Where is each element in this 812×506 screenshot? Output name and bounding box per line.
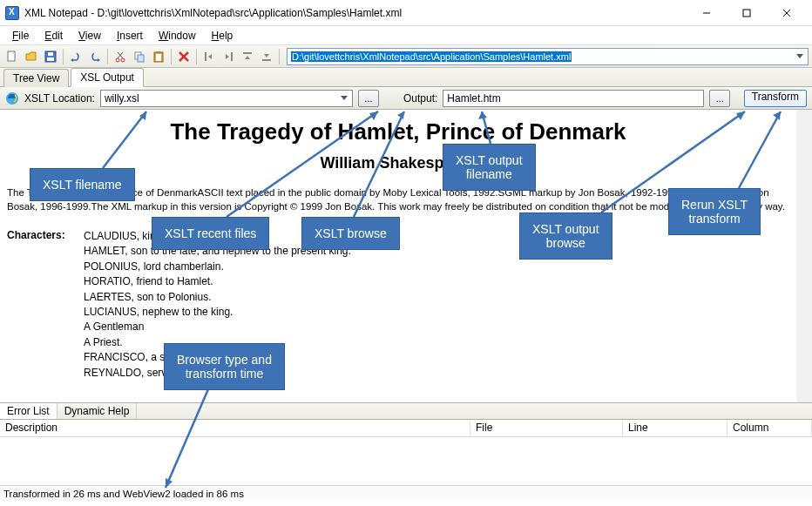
character-item: POLONIUS, lord chamberlain. (84, 260, 351, 274)
callout-output-filename: XSLT outputfilename (443, 144, 536, 191)
cut-icon[interactable] (112, 48, 129, 65)
svg-marker-10 (98, 58, 100, 62)
menu-file[interactable]: File (5, 28, 36, 44)
paste-icon[interactable] (150, 48, 167, 65)
svg-marker-32 (341, 96, 348, 100)
status-text: Transformed in 26 ms and WebView2 loaded… (3, 489, 244, 499)
character-item: HORATIO, friend to Hamlet. (84, 274, 351, 289)
character-item: LUCIANUS, nephew to the king. (84, 305, 351, 320)
output-preview: The Tragedy of Hamlet, Prince of Denmark… (0, 110, 812, 402)
error-grid-body (0, 437, 812, 485)
svg-marker-25 (226, 54, 229, 59)
save-icon[interactable] (42, 48, 59, 65)
xslt-location-input[interactable]: willy.xsl (100, 90, 353, 107)
callout-xslt-filename: XSLT filename (30, 168, 135, 201)
bottom-tabs: Error List Dynamic Help (0, 402, 812, 420)
menu-view[interactable]: View (71, 28, 108, 44)
svg-rect-4 (8, 51, 15, 61)
transform-button[interactable]: Transform (744, 90, 807, 107)
tab-tree-view[interactable]: Tree View (3, 69, 69, 87)
nudge-right-icon[interactable] (220, 48, 237, 65)
svg-point-12 (121, 58, 125, 62)
tab-error-list[interactable]: Error List (0, 403, 58, 419)
svg-rect-19 (157, 51, 160, 53)
address-dropdown-icon[interactable] (795, 51, 804, 63)
doc-title: The Tragedy of Hamlet, Prince of Denmark (7, 118, 789, 145)
toolbar: D:\git\lovettchris\XmlNotepad\src\Applic… (0, 45, 812, 68)
col-line[interactable]: Line (623, 420, 727, 436)
redo-icon[interactable] (86, 48, 104, 65)
callout-output-browse: XSLT outputbrowse (519, 213, 612, 260)
xsl-toolbar: XSLT Location: willy.xsl ... Output: Ham… (0, 87, 812, 110)
tab-xsl-output[interactable]: XSL Output (71, 68, 144, 87)
nudge-down-icon[interactable] (258, 48, 275, 65)
svg-marker-30 (796, 54, 803, 58)
xslt-location-value: willy.xsl (105, 92, 139, 105)
svg-marker-23 (208, 54, 212, 59)
output-filename-value: Hamlet.htm (447, 92, 500, 105)
new-file-icon[interactable] (3, 48, 21, 65)
xslt-location-label: XSLT Location: (24, 92, 95, 105)
svg-rect-18 (156, 54, 161, 61)
minimize-button[interactable] (687, 0, 727, 26)
delete-icon[interactable] (175, 48, 193, 65)
svg-marker-9 (71, 58, 73, 62)
browser-icon (5, 91, 19, 105)
callout-xslt-recent: XSLT recent files (152, 217, 269, 250)
output-label: Output: (403, 92, 437, 105)
title-bar: XML Notepad - D:\git\lovettchris\XmlNote… (0, 0, 812, 26)
menu-window[interactable]: Window (152, 28, 203, 44)
col-column[interactable]: Column (727, 420, 812, 436)
xslt-recent-dropdown-icon[interactable] (340, 92, 348, 105)
svg-rect-8 (48, 52, 53, 56)
svg-point-11 (116, 58, 119, 62)
svg-marker-29 (264, 54, 269, 57)
window-title: XML Notepad - D:\git\lovettchris\XmlNote… (24, 7, 687, 19)
error-grid-header: Description File Line Column (0, 420, 812, 437)
address-text: D:\git\lovettchris\XmlNotepad\src\Applic… (291, 51, 572, 62)
output-browse-button[interactable]: ... (709, 90, 730, 107)
svg-rect-26 (243, 52, 252, 54)
svg-rect-22 (205, 52, 206, 61)
character-item: LAERTES, son to Polonius. (84, 290, 351, 305)
address-bar[interactable]: D:\git\lovettchris\XmlNotepad\src\Applic… (287, 48, 809, 65)
svg-rect-16 (138, 55, 144, 62)
svg-rect-7 (47, 57, 54, 61)
maximize-button[interactable] (727, 0, 767, 26)
svg-rect-28 (262, 59, 271, 61)
copy-icon[interactable] (131, 48, 148, 65)
output-filename-input[interactable]: Hamlet.htm (443, 90, 704, 107)
menu-bar: File Edit View Insert Window Help (0, 26, 812, 45)
callout-browser-time: Browser type andtransform time (164, 343, 285, 390)
close-button[interactable] (767, 0, 807, 26)
nudge-up-icon[interactable] (239, 48, 256, 65)
status-bar: Transformed in 26 ms and WebView2 loaded… (0, 485, 812, 501)
svg-rect-24 (231, 52, 233, 61)
characters-label: Characters: (7, 229, 84, 381)
callout-xslt-browse: XSLT browse (301, 217, 400, 250)
menu-help[interactable]: Help (205, 28, 240, 44)
scrollbar-thumb[interactable] (798, 113, 810, 148)
menu-edit[interactable]: Edit (37, 28, 70, 44)
xslt-browse-button[interactable]: ... (358, 90, 379, 107)
view-tabs: Tree View XSL Output (0, 68, 812, 87)
undo-icon[interactable] (67, 48, 85, 65)
col-file[interactable]: File (470, 420, 623, 436)
app-icon (5, 6, 19, 20)
menu-insert[interactable]: Insert (110, 28, 150, 44)
open-file-icon[interactable] (23, 48, 40, 65)
col-description[interactable]: Description (0, 420, 470, 436)
svg-rect-1 (743, 10, 750, 17)
character-item: A Gentleman (84, 320, 351, 334)
tab-dynamic-help[interactable]: Dynamic Help (58, 403, 138, 419)
svg-marker-27 (245, 56, 250, 59)
nudge-left-icon[interactable] (200, 48, 218, 65)
callout-transform: Rerun XSLTtransform (668, 188, 761, 235)
